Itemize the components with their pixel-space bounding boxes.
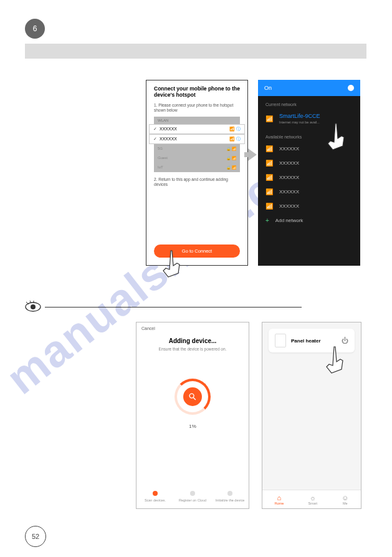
header-bar [25, 44, 366, 59]
tab-me[interactable]: ☺ Me [342, 494, 348, 505]
wifi-row-1[interactable]: ✓XXXXXX 📶 ⓘ [149, 124, 245, 134]
wifi-toggle-icon[interactable] [348, 85, 354, 91]
progress-steps: Scan devices. Register on Cloud Initiali… [136, 491, 249, 502]
adding-device-subtitle: Ensure that the device is powered on. [136, 344, 249, 351]
svg-line-6 [193, 397, 196, 400]
wifi-on-label: On [264, 85, 272, 91]
add-network-row[interactable]: +Add network [258, 213, 360, 228]
cancel-button[interactable]: Cancel [141, 326, 155, 331]
home-screen: Panel heater ⏻ ⌂ Home ☼ Smart ☺ Me [262, 322, 361, 509]
lock-icon: 🔒 📶 [226, 147, 236, 151]
wifi-dim-row: IoT🔒 📶 [154, 163, 240, 172]
available-network-row[interactable]: 📶XXXXXX [258, 170, 360, 185]
wifi-icon: 📶 [265, 174, 273, 181]
progress-spinner [174, 379, 211, 415]
current-network-name: SmartLife-9CCE [279, 113, 320, 119]
device-card[interactable]: Panel heater ⏻ [269, 329, 355, 352]
eye-icon [25, 301, 41, 312]
progress-step-2: Register on Cloud [177, 491, 208, 502]
check-icon: ✓ [153, 127, 157, 131]
hotspot-title: Connect your mobile phone to the device'… [146, 80, 247, 100]
wifi-row-label: XXXXXX [160, 127, 177, 131]
svg-point-1 [31, 304, 36, 309]
wifi-icon: 📶 [265, 160, 273, 167]
wlan-label: WLAN [154, 117, 240, 124]
progress-step-3: Initialize the device [214, 491, 246, 502]
wifi-list-mock: WLAN ✓XXXXXX 📶 ⓘ ✓XXXXXX 📶 ⓘ 5G🔒 📶 Guest… [154, 117, 240, 172]
go-to-connect-button[interactable]: Go to Connect [154, 245, 240, 258]
wifi-signal-icon: 📶 ⓘ [229, 136, 241, 142]
progress-percent: 1% [136, 424, 249, 429]
wifi-dim-row: Guest🔒 📶 [154, 153, 240, 163]
progress-step-1: Scan devices. [140, 491, 171, 502]
wifi-dim-row: 5G🔒 📶 [154, 144, 240, 153]
smart-icon: ☼ [308, 494, 317, 501]
check-icon: ✓ [153, 137, 157, 141]
hotspot-step2: 2. Return to this app and continue addin… [146, 175, 247, 188]
available-networks-label: Available networks [258, 128, 360, 142]
wifi-icon: 📶 [265, 188, 273, 195]
current-network-sub: Internet may not be avail... [279, 120, 320, 124]
current-network-label: Current network [258, 96, 360, 109]
lock-icon: 🔒 📶 [226, 156, 236, 160]
lock-icon: 🔒 📶 [226, 165, 236, 170]
wifi-row-label: XXXXXX [160, 137, 177, 141]
wifi-icon: 📶 [265, 115, 273, 122]
available-network-row[interactable]: 📶XXXXXX [258, 185, 360, 199]
hotspot-instruction-screen: Connect your mobile phone to the device'… [146, 80, 248, 266]
arrow-icon [248, 148, 257, 161]
user-icon: ☺ [342, 494, 348, 501]
home-icon: ⌂ [275, 494, 284, 501]
wifi-icon: 📶 [265, 203, 273, 210]
available-network-row[interactable]: 📶XXXXXX [258, 156, 360, 170]
plus-icon: + [265, 217, 269, 224]
wifi-row-2[interactable]: ✓XXXXXX 📶 ⓘ [149, 134, 245, 144]
svg-point-5 [189, 394, 194, 398]
section-divider [45, 307, 302, 308]
available-network-row[interactable]: 📶XXXXXX [258, 199, 360, 213]
tab-smart[interactable]: ☼ Smart [308, 494, 317, 505]
hotspot-step1: 1. Please connect your phone to the hots… [146, 100, 247, 114]
adding-device-screen: Cancel Adding device... Ensure that the … [136, 322, 249, 509]
page-number-bottom: 52 [25, 526, 46, 547]
wifi-on-bar[interactable]: On [258, 80, 360, 96]
wifi-signal-icon: 📶 ⓘ [229, 126, 241, 132]
power-icon[interactable]: ⏻ [342, 337, 348, 344]
page-number-top: 6 [25, 19, 45, 39]
bottom-tabs: ⌂ Home ☼ Smart ☺ Me [262, 490, 361, 508]
tab-home[interactable]: ⌂ Home [275, 494, 284, 505]
current-network-row[interactable]: 📶 SmartLife-9CCE Internet may not be ava… [258, 109, 360, 128]
available-network-row[interactable]: 📶XXXXXX [258, 142, 360, 156]
wifi-settings-screen: On Current network 📶 SmartLife-9CCE Inte… [258, 80, 360, 266]
device-name: Panel heater [291, 338, 342, 344]
search-icon [183, 387, 202, 406]
device-icon [275, 334, 286, 347]
wifi-icon: 📶 [265, 145, 273, 152]
